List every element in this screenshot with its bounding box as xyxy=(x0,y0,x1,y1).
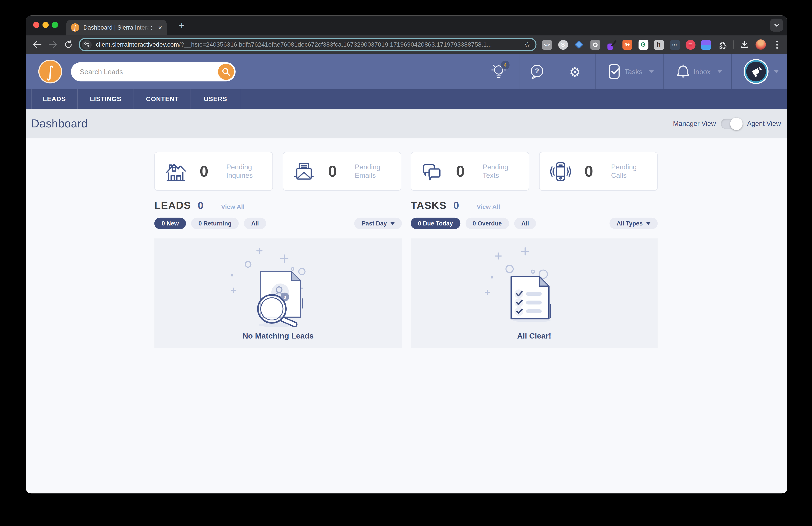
stat-label: PendingCalls xyxy=(611,163,637,180)
reload-icon[interactable] xyxy=(63,39,73,50)
toolbar-separator xyxy=(733,40,734,49)
downloads-icon[interactable] xyxy=(739,39,750,50)
stat-value: 0 xyxy=(315,162,349,180)
browser-menu-icon[interactable] xyxy=(772,39,782,50)
stat-value: 0 xyxy=(443,162,478,180)
stat-card-pending-texts[interactable]: 0 PendingTexts xyxy=(411,152,529,191)
search-input[interactable] xyxy=(79,68,218,75)
lead-search xyxy=(71,62,236,82)
back-icon[interactable] xyxy=(31,39,42,50)
extension-stripes-icon[interactable]: ≡ xyxy=(685,39,696,50)
envelope-icon xyxy=(293,160,315,183)
tab-favicon-icon: ∫ xyxy=(71,24,79,32)
site-settings-icon[interactable] xyxy=(82,40,92,50)
chevron-down-icon xyxy=(646,222,651,225)
stat-card-pending-emails[interactable]: 0 PendingEmails xyxy=(282,152,401,191)
extension-s-circle-icon[interactable]: S xyxy=(558,39,568,50)
extension-purple-blue-icon[interactable] xyxy=(700,39,711,50)
extension-eyedropper-icon[interactable] xyxy=(606,39,616,50)
macos-maximize-button[interactable] xyxy=(52,22,58,28)
extension-code-icon[interactable]: </> xyxy=(542,39,552,50)
page-header-strip: Dashboard Manager View Agent View xyxy=(26,109,787,139)
tasks-view-all-link[interactable]: View All xyxy=(477,203,500,211)
chevron-down-icon xyxy=(391,222,395,225)
megaphone-icon xyxy=(751,66,762,77)
sierra-logo[interactable]: ∫ xyxy=(39,60,62,84)
app-header: ∫ 4 xyxy=(26,54,787,89)
profile-chevron-down-icon[interactable] xyxy=(773,70,779,73)
filter-chip-overdue[interactable]: 0 Overdue xyxy=(465,218,509,229)
filter-chip-returning[interactable]: 0 Returning xyxy=(191,218,239,229)
bookmark-star-icon[interactable]: ☆ xyxy=(524,40,531,49)
filter-chip-all[interactable]: All xyxy=(244,218,266,229)
stat-card-pending-calls[interactable]: 0 PendingCalls xyxy=(539,152,657,191)
svg-text:0: 0 xyxy=(284,295,286,300)
phone-icon xyxy=(549,160,572,183)
filter-chip-due-today[interactable]: 0 Due Today xyxy=(411,218,460,229)
tasks-title: TASKS xyxy=(411,200,447,212)
browser-toolbar: client.sierrainteractivedev.com/?__hstc=… xyxy=(26,35,787,54)
url-bar[interactable]: client.sierrainteractivedev.com/?__hstc=… xyxy=(79,38,537,51)
user-avatar[interactable] xyxy=(746,61,766,81)
leads-view-all-link[interactable]: View All xyxy=(221,203,245,211)
main-nav: LEADS LISTINGS CONTENT USERS xyxy=(26,89,787,109)
leads-range-dropdown[interactable]: Past Day xyxy=(354,218,402,229)
browser-window: ∫ Dashboard | Sierra Interactive × + xyxy=(26,15,787,493)
no-leads-illustration: 0 xyxy=(227,245,330,328)
nav-item-users[interactable]: USERS xyxy=(191,89,240,109)
agent-view-label: Agent View xyxy=(747,120,781,127)
stat-value: 0 xyxy=(572,162,606,180)
url-text[interactable]: client.sierrainteractivedev.com/?__hstc=… xyxy=(96,41,520,48)
extension-nine-plus-icon[interactable]: 9+ xyxy=(622,39,633,50)
view-toggle-switch[interactable] xyxy=(721,118,742,129)
stat-card-pending-inquiries[interactable]: 0 PendingInquiries xyxy=(154,152,273,191)
stat-label: PendingEmails xyxy=(355,163,380,180)
inbox-bell-icon[interactable] xyxy=(676,64,690,79)
tab-search-chevron-icon[interactable] xyxy=(770,18,783,32)
url-path: /?__hstc=240356316.bdfa76241efae76081dec… xyxy=(179,41,492,48)
inbox-menu[interactable]: Inbox xyxy=(694,54,711,89)
extension-dots-icon[interactable]: ••• xyxy=(670,39,680,50)
browser-profile-avatar[interactable] xyxy=(755,39,766,50)
forward-icon[interactable] xyxy=(48,39,58,50)
leads-filters: 0 New 0 Returning All Past Day xyxy=(154,218,402,229)
toggle-knob[interactable] xyxy=(730,117,743,130)
nav-item-leads[interactable]: LEADS xyxy=(31,89,78,109)
tasks-menu[interactable]: Tasks xyxy=(624,54,642,89)
macos-close-button[interactable] xyxy=(33,22,39,28)
extensions-puzzle-icon[interactable] xyxy=(717,39,727,50)
house-icon xyxy=(164,160,187,183)
screen: ∫ Dashboard | Sierra Interactive × + xyxy=(0,0,812,526)
tab-close-icon[interactable]: × xyxy=(158,24,162,31)
extension-diamond-icon[interactable] xyxy=(574,39,584,50)
tasks-checkbox-icon[interactable] xyxy=(607,64,621,79)
help-icon[interactable]: ? xyxy=(530,64,545,79)
extension-grammarly-icon[interactable]: G xyxy=(638,39,648,50)
leads-section: LEADS 0 View All 0 New 0 Returning All P… xyxy=(154,200,402,349)
tasks-filters: 0 Due Today 0 Overdue All All Types xyxy=(411,218,657,229)
inbox-chevron-down-icon[interactable] xyxy=(717,70,722,73)
extension-camera-icon[interactable] xyxy=(590,39,600,50)
manager-view-label: Manager View xyxy=(673,120,716,127)
browser-tab[interactable]: ∫ Dashboard | Sierra Interactive × xyxy=(66,20,166,35)
search-icon xyxy=(221,67,230,76)
leads-header: LEADS 0 View All xyxy=(154,200,402,213)
chat-bubbles-icon xyxy=(421,160,443,183)
notification-badge: 4 xyxy=(501,61,509,70)
filter-chip-new[interactable]: 0 New xyxy=(154,218,186,229)
nav-item-listings[interactable]: LISTINGS xyxy=(78,89,134,109)
new-tab-button[interactable]: + xyxy=(175,18,188,32)
page-title: Dashboard xyxy=(31,109,88,139)
leads-title: LEADS xyxy=(154,200,191,212)
tasks-type-dropdown[interactable]: All Types xyxy=(609,218,658,229)
search-button[interactable] xyxy=(218,64,234,80)
tasks-chevron-down-icon[interactable] xyxy=(649,70,654,73)
settings-gear-icon[interactable]: ⚙ xyxy=(569,65,581,80)
dashboard-main: 0 PendingInquiries xyxy=(26,139,787,479)
macos-minimize-button[interactable] xyxy=(42,22,48,28)
leads-empty-text: No Matching Leads xyxy=(243,331,314,340)
view-toggle: Manager View Agent View xyxy=(673,109,781,139)
filter-chip-all-tasks[interactable]: All xyxy=(514,218,536,229)
nav-item-content[interactable]: CONTENT xyxy=(134,89,191,109)
extension-h-icon[interactable]: h xyxy=(654,39,664,50)
